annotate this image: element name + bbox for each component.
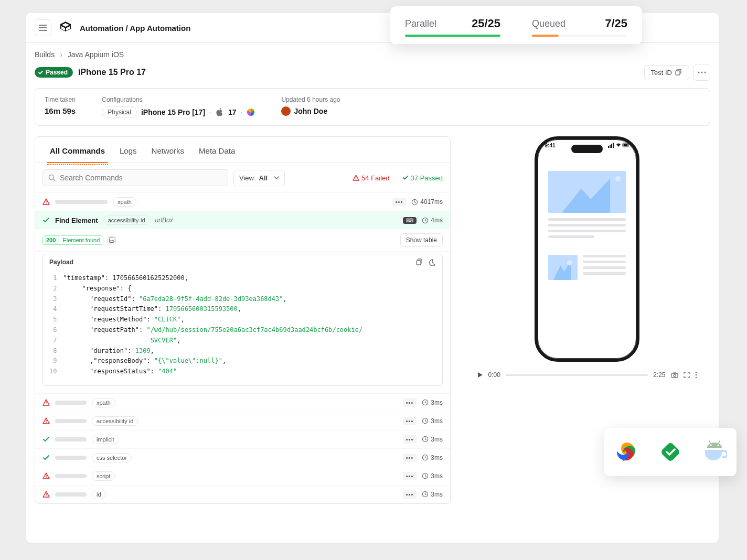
svg-point-22 [46, 496, 47, 497]
menu-button[interactable] [35, 19, 51, 36]
command-row[interactable]: implicit•••3ms [35, 430, 450, 448]
time-taken-value: 16m 59s [45, 106, 76, 115]
locator-value: urlBox [155, 217, 173, 224]
ellipsis-vertical-icon [695, 371, 697, 379]
command-row-expanded[interactable]: Find Element accessibility-id urlBox ⌨ 4… [35, 211, 450, 229]
command-row[interactable]: xpath ••• 4017ms [35, 192, 450, 211]
user-name: John Doe [294, 107, 327, 115]
show-table-button[interactable]: Show table [400, 233, 443, 247]
clock-icon [411, 199, 418, 206]
stats-card: Parallel 25/25 Queued 7/25 [390, 6, 642, 44]
tool-appium[interactable] [613, 439, 639, 465]
image-icon[interactable] [108, 236, 116, 244]
svg-rect-27 [613, 143, 614, 148]
clock-icon [422, 472, 429, 479]
command-row[interactable]: xpath•••3ms [35, 393, 450, 412]
camera-icon [671, 372, 678, 378]
locator-tag: accessibility id [92, 416, 138, 426]
payload-title: Payload [49, 259, 73, 266]
svg-point-20 [46, 477, 47, 478]
row-time: 4ms [422, 217, 443, 224]
breadcrumb-root[interactable]: Builds [35, 50, 55, 59]
video-current-time: 0:00 [488, 371, 500, 379]
chevron-right-icon: › [60, 50, 62, 59]
svg-point-37 [717, 444, 719, 446]
row-more-button[interactable]: ••• [403, 454, 417, 462]
command-row[interactable]: id•••3ms [35, 485, 450, 503]
theme-button[interactable] [429, 259, 436, 266]
locator-tag: script [92, 471, 115, 481]
search-input[interactable]: Search Commands [42, 169, 228, 186]
command-row[interactable]: accessibility id•••3ms [35, 412, 450, 430]
title-row: Passed iPhone 15 Pro 17 Test ID [35, 64, 710, 81]
more-button[interactable] [693, 64, 710, 81]
copy-icon [675, 69, 682, 76]
row-more-button[interactable]: ••• [403, 490, 417, 499]
row-time: 3ms [422, 472, 443, 480]
blurred-text [55, 401, 87, 405]
fullscreen-icon [684, 372, 690, 378]
row-time: 3ms [422, 454, 443, 461]
search-icon [48, 174, 56, 181]
svg-point-4 [705, 72, 706, 73]
row-more-button[interactable]: ••• [403, 435, 417, 444]
svg-rect-30 [671, 373, 678, 378]
check-icon [38, 70, 44, 76]
test-id-button[interactable]: Test ID [644, 65, 689, 80]
stat-queued: Queued 7/25 [532, 17, 627, 30]
payload-box: Payload 12345678910 "timestamp": 1705665… [42, 254, 443, 386]
row-time: 4017ms [411, 198, 443, 206]
row-more-button[interactable]: ••• [403, 472, 417, 480]
video-progress[interactable] [506, 374, 648, 376]
locator-tag: xpath [92, 398, 115, 407]
status-box: 200 Element found [42, 235, 103, 245]
row-more-button[interactable]: ••• [403, 399, 417, 407]
warning-icon [42, 198, 50, 206]
subheader: Builds › Java Appium iOS Passed iPhone 1… [26, 43, 719, 81]
command-row[interactable]: script•••3ms [35, 467, 450, 485]
clock-icon [422, 436, 429, 443]
tool-check[interactable] [657, 439, 684, 465]
locator-tag: accessibility-id [103, 216, 150, 225]
updated-label: Updated 6 hours ago [281, 96, 340, 103]
ellipsis-icon [698, 71, 706, 73]
svg-point-3 [701, 72, 703, 73]
chevron-down-icon [274, 176, 279, 179]
parallel-bar [405, 35, 500, 37]
tab-metadata[interactable]: Meta Data [191, 137, 242, 163]
fullscreen-button[interactable] [684, 372, 690, 378]
row-more-button[interactable]: ••• [392, 198, 407, 206]
svg-point-16 [46, 422, 47, 423]
placeholder-image [548, 171, 626, 213]
play-button[interactable] [477, 372, 483, 378]
video-more-button[interactable] [695, 371, 697, 379]
warning-icon [353, 175, 359, 181]
passed-count: 37 Passed [402, 174, 443, 182]
hamburger-icon [39, 24, 47, 31]
locator-tag: xpath [113, 197, 136, 207]
copy-button[interactable] [416, 259, 423, 266]
tabs: All Commands Logs Networks Meta Data [35, 137, 450, 163]
page-title: iPhone 15 Pro 17 [78, 68, 146, 77]
queued-bar [532, 35, 559, 37]
status-badge: Passed [35, 67, 73, 78]
row-time: 3ms [422, 436, 443, 443]
tab-logs[interactable]: Logs [112, 137, 144, 163]
time-taken-label: Time taken [45, 96, 76, 103]
svg-point-2 [698, 72, 700, 73]
command-row[interactable]: css selector•••3ms [35, 448, 450, 467]
row-time: 3ms [422, 491, 443, 498]
camera-button[interactable] [671, 372, 678, 378]
svg-rect-26 [611, 144, 612, 148]
logo [58, 20, 73, 36]
row-more-button[interactable]: ••• [403, 417, 417, 425]
clock-icon [422, 454, 429, 461]
tab-all-commands[interactable]: All Commands [42, 137, 112, 163]
tool-android[interactable] [701, 439, 728, 465]
commands-panel: All Commands Logs Networks Meta Data Sea… [35, 136, 451, 504]
header-title: Automation / App Automation [80, 24, 190, 33]
view-select[interactable]: View: All [233, 170, 285, 186]
tools-card [604, 428, 737, 476]
tab-networks[interactable]: Networks [144, 137, 192, 163]
warning-icon [42, 399, 50, 406]
